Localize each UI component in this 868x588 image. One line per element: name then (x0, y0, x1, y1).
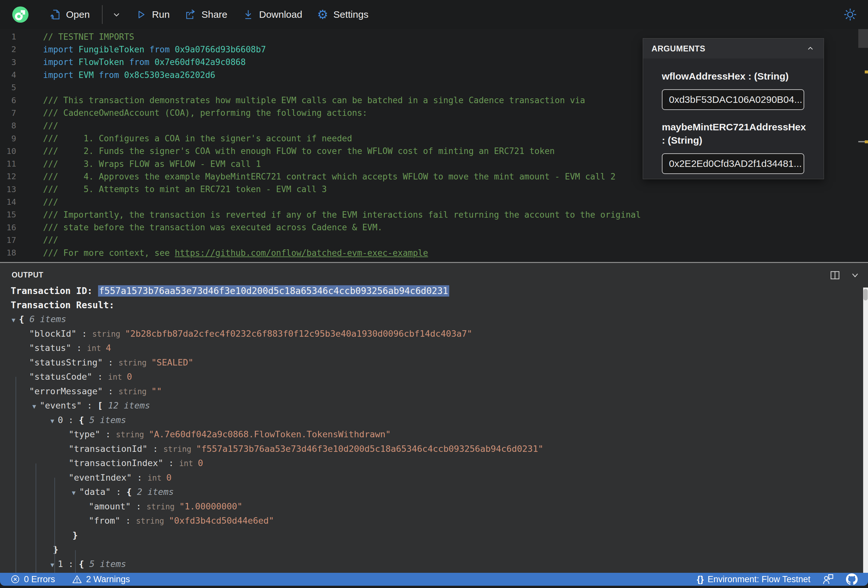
environment-status[interactable]: {} Environment: Flow Testnet (697, 575, 810, 584)
feedback-person-icon[interactable] (822, 573, 834, 585)
code-line: 3import FlowToken from 0x7e60df042a9c086… (0, 56, 641, 69)
output-token: { (79, 415, 90, 425)
code-lines: 1// TESTNET IMPORTS2import FungibleToken… (0, 30, 641, 259)
code-token: 0x9a0766d93b6608b7 (175, 45, 266, 55)
code-line: 15/// Importantly, the transaction is re… (0, 208, 641, 221)
code-line: 5 (0, 81, 641, 94)
output-token: 0 (127, 371, 132, 382)
line-number: 11 (0, 159, 16, 168)
code-line: 10/// 2. Funds the signer's COA with eno… (0, 145, 641, 158)
output-token: string (118, 358, 151, 367)
code-token: // TESTNET IMPORTS (43, 32, 134, 42)
warnings-count: 2 Warnings (86, 575, 130, 584)
transaction-id-value-selected[interactable]: f557a1573b76aa53e73d46f3e10d200d5c18a653… (98, 285, 449, 296)
output-token: "SEALED" (152, 357, 193, 367)
code-token: /// For more context, see (43, 248, 175, 258)
transaction-id-row: Transaction ID: f557a1573b76aa53e73d46f3… (11, 286, 449, 296)
errors-status[interactable]: 0 Errors (10, 575, 55, 584)
wflow-address-input[interactable]: 0xd3bF53DAC106A0290B04... (662, 89, 804, 110)
settings-button[interactable]: ⚙ Settings (317, 9, 368, 21)
code-line-content: /// (43, 121, 58, 131)
code-token: 0x8c5303eaa26202d6 (124, 70, 215, 80)
output-row: } (0, 542, 855, 557)
code-line-content: /// (43, 197, 58, 207)
open-file-icon (49, 9, 61, 21)
output-row: ▼"data" : { 2 items (0, 485, 855, 500)
line-number: 2 (0, 45, 16, 54)
code-token: FlowToken (79, 57, 130, 67)
arguments-header[interactable]: ARGUMENTS (643, 38, 824, 59)
output-token: "A.7e60df042a9c0868.FlowToken.TokensWith… (149, 429, 391, 439)
output-token: : (164, 458, 179, 468)
maybe-mint-erc721-address-input[interactable]: 0x2E2Ed0Cfd3AD2f1d34481... (662, 153, 804, 174)
output-row: ▼{ 6 items (0, 312, 855, 327)
code-link[interactable]: https://github.com/onflow/batched-evm-ex… (175, 248, 428, 258)
editor-scrollbar-thumb[interactable] (858, 29, 868, 48)
run-button[interactable]: Run (135, 9, 170, 21)
expand-arrow-icon[interactable]: ▼ (12, 316, 15, 323)
status-left: 0 Errors 2 Warnings (10, 574, 130, 584)
output-scrollbar-thumb[interactable] (864, 289, 868, 301)
line-number: 9 (0, 134, 16, 143)
expand-arrow-icon[interactable]: ▼ (50, 417, 54, 424)
output-token: 1 (58, 559, 63, 569)
output-token: : (148, 444, 164, 454)
indent-guide (35, 463, 36, 573)
output-row: "blockId" : string "2b28cbfb87da2cfec4f0… (0, 327, 855, 341)
collapse-chevron-down-icon[interactable] (849, 270, 861, 281)
line-number: 14 (0, 197, 16, 207)
code-line: 9/// 1. Configures a COA in the signer's… (0, 132, 641, 144)
output-token: : (63, 415, 79, 425)
output-token: { (19, 314, 30, 324)
code-line-content: /// For more context, see https://github… (43, 248, 428, 258)
run-play-icon (135, 9, 147, 21)
error-circle-icon (10, 575, 20, 584)
code-token: /// 5. Attempts to mint an ERC721 token … (43, 184, 327, 194)
code-line: 12/// 4. Approves the example MaybeMintE… (0, 170, 641, 183)
split-panel-icon[interactable] (829, 270, 841, 281)
output-token: 6 items (30, 314, 66, 324)
share-button[interactable]: Share (185, 9, 227, 21)
theme-toggle-button[interactable] (843, 8, 857, 21)
code-token: import (43, 57, 79, 67)
line-number: 3 (0, 57, 16, 67)
code-line-content: /// 5. Attempts to mint an ERC721 token … (43, 184, 327, 194)
output-token: string (136, 517, 168, 526)
download-button[interactable]: Download (242, 9, 302, 21)
collapse-chevron-up-icon[interactable] (806, 44, 815, 53)
code-line-content: /// Importantly, the transaction is reve… (43, 210, 641, 220)
output-token: "statusString" (29, 357, 103, 367)
github-icon[interactable] (846, 573, 858, 585)
output-scrollbar-track[interactable] (863, 287, 868, 573)
expand-arrow-icon[interactable]: ▼ (50, 561, 54, 568)
output-row: ▼0 : { 5 items (0, 413, 855, 427)
output-token: : (63, 559, 79, 569)
code-line-content: /// 4. Approves the example MaybeMintERC… (43, 172, 616, 181)
output-token: { (127, 487, 137, 497)
sun-icon (843, 8, 857, 21)
warnings-status[interactable]: 2 Warnings (72, 574, 130, 584)
output-token: 5 items (89, 559, 126, 569)
line-number: 18 (0, 248, 16, 258)
code-token: import (43, 45, 79, 55)
code-line-content: import FungibleToken from 0x9a0766d93b66… (43, 45, 266, 55)
code-line: 17/// (0, 234, 641, 246)
expand-arrow-icon[interactable]: ▼ (72, 489, 75, 496)
arguments-panel: ARGUMENTS wflowAddressHex : (String) 0xd… (643, 38, 824, 179)
output-token: "transactionIndex" (69, 458, 164, 468)
output-row: "transactionId" : string "f557a1573b76aa… (0, 442, 855, 456)
output-row: "transactionIndex" : int 0 (0, 456, 855, 471)
settings-label: Settings (334, 9, 368, 20)
code-token: from (129, 57, 154, 67)
output-token: : (120, 516, 136, 526)
output-token: : (131, 501, 147, 511)
open-menu-chevron-button[interactable] (111, 9, 122, 20)
open-button[interactable]: Open (49, 9, 90, 21)
output-token: "status" (29, 343, 71, 353)
output-token: } (53, 544, 58, 554)
line-number: 16 (0, 223, 16, 232)
output-token: [ (97, 401, 108, 410)
expand-arrow-icon[interactable]: ▼ (32, 403, 36, 410)
line-number: 1 (0, 32, 16, 41)
output-row: "statusCode" : int 0 (0, 370, 855, 384)
